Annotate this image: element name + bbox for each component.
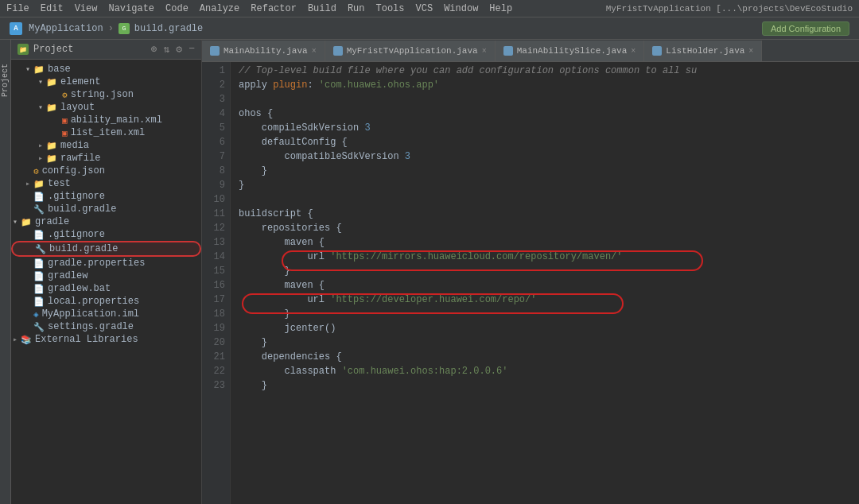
menu-build[interactable]: Build	[308, 3, 336, 14]
tab-main-ability-slice[interactable]: MainAbilitySlice.java ×	[496, 41, 645, 61]
sidebar-minimize-icon[interactable]: −	[189, 43, 195, 56]
menu-refactor[interactable]: Refactor	[251, 3, 297, 14]
tree-item-gradle-dir[interactable]: ▾ 📁 gradle	[11, 215, 201, 228]
menu-navigate[interactable]: Navigate	[108, 3, 154, 14]
editor-area: MainAbility.java × MyFristTvApplication.…	[202, 40, 859, 504]
arrow-icon: ▾	[11, 217, 19, 227]
menu-help[interactable]: Help	[489, 3, 512, 14]
tab-label: MainAbility.java	[223, 46, 308, 56]
tree-item-config-json[interactable]: ⚙ config.json	[11, 165, 201, 177]
dir-icon: 📁	[46, 141, 57, 151]
tree-item-build-gradle-module[interactable]: 🔧 build.gradle	[11, 203, 201, 215]
item-label: build.gradle	[48, 204, 116, 215]
item-label: gradle	[35, 216, 69, 227]
menu-tools[interactable]: Tools	[376, 3, 405, 14]
code-line-14: url 'https://mirrors.huaweicloud.com/rep…	[239, 250, 859, 264]
tree-item-layout[interactable]: ▾ 📁 layout	[11, 101, 201, 114]
menu-file[interactable]: File	[6, 3, 29, 14]
tab-close-icon[interactable]: ×	[482, 47, 487, 56]
breadcrumb-bar: A MyApplication › G build.gradle Add Con…	[0, 17, 859, 40]
xml-icon: ▣	[62, 115, 68, 126]
sidebar-title: Project	[33, 44, 73, 55]
tree-item-ability-xml[interactable]: ▣ ability_main.xml	[11, 114, 201, 126]
tree-item-base[interactable]: ▾ 📁 base	[11, 63, 201, 76]
menu-analyze[interactable]: Analyze	[200, 3, 239, 14]
menu-code[interactable]: Code	[165, 3, 189, 14]
code-line-5: compileSdkVersion 3	[239, 121, 859, 135]
tree-item-gitignore-module[interactable]: 📄 .gitignore	[11, 190, 201, 203]
code-editor[interactable]: 12345 678910 1112131415 1617181920 21222…	[202, 62, 859, 504]
menu-run[interactable]: Run	[348, 3, 365, 14]
sidebar-settings-icon[interactable]: ⚙	[176, 43, 182, 56]
arrow-icon: ▸	[24, 179, 32, 188]
code-line-13: maven {	[239, 235, 859, 250]
item-label: string.json	[71, 89, 134, 100]
code-line-12: repositories {	[239, 221, 859, 235]
code-line-17: url 'https://developer.huawei.com/repo/'	[239, 293, 859, 307]
item-label: local.properties	[48, 296, 139, 307]
menu-view[interactable]: View	[75, 3, 98, 14]
menu-vcs[interactable]: VCS	[416, 3, 433, 14]
vertical-tab-label[interactable]: Project	[1, 64, 10, 97]
item-label: .gitignore	[48, 191, 105, 202]
editor-tabs: MainAbility.java × MyFristTvApplication.…	[202, 40, 859, 62]
tab-myfristtv[interactable]: MyFristTvApplication.java ×	[325, 41, 496, 61]
sidebar-add-icon[interactable]: ⊕	[151, 43, 157, 56]
tree-item-gradlew-bat[interactable]: 📄 gradlew.bat	[11, 282, 201, 295]
code-line-18: }	[239, 307, 859, 321]
code-line-3	[239, 92, 859, 107]
file-icon: 📄	[33, 271, 45, 281]
tree-item-gradle-properties[interactable]: 📄 gradle.properties	[11, 257, 201, 269]
breadcrumb-app[interactable]: MyApplication	[29, 23, 103, 34]
code-line-4: ohos {	[239, 107, 859, 121]
code-line-22: classpath 'com.huawei.ohos:hap:2.0.0.6'	[239, 364, 859, 378]
window-title: MyFristTvApplication [...\projects\DevEc…	[606, 4, 853, 14]
gradle-file-icon: 🔧	[35, 244, 46, 254]
tree-item-element[interactable]: ▾ 📁 element	[11, 76, 201, 88]
dir-icon: 📁	[33, 179, 45, 189]
json-icon: ⚙	[33, 166, 39, 176]
item-label: gradlew.bat	[48, 283, 111, 294]
gradle-file-icon: 🔧	[33, 204, 45, 215]
tree-item-myapplication-iml[interactable]: ◈ MyApplication.iml	[11, 308, 201, 320]
tree-item-list-item-xml[interactable]: ▣ list_item.xml	[11, 126, 201, 139]
tree-item-rawfile[interactable]: ▸ 📁 rawfile	[11, 152, 201, 165]
xml-icon: ▣	[62, 128, 68, 138]
gradle-icon: G	[119, 23, 130, 34]
java-file-icon	[210, 46, 220, 56]
sidebar-sort-icon[interactable]: ⇅	[164, 43, 170, 56]
tree-item-string-json[interactable]: ⚙ string.json	[11, 88, 201, 101]
item-label: gradle.properties	[48, 258, 145, 269]
menu-edit[interactable]: Edit	[41, 3, 64, 14]
file-icon: 📄	[33, 230, 45, 240]
tree-item-build-gradle-root[interactable]: 🔧 build.gradle	[11, 241, 201, 257]
arrow-icon: ▸	[11, 335, 19, 344]
tree-item-media[interactable]: ▸ 📁 media	[11, 139, 201, 152]
tree-item-external-libraries[interactable]: ▸ 📚 External Libraries	[11, 333, 201, 346]
code-line-8: }	[239, 164, 859, 178]
tree-item-local-properties[interactable]: 📄 local.properties	[11, 295, 201, 308]
item-label: gradlew	[48, 270, 87, 281]
item-label: External Libraries	[35, 334, 138, 345]
tree-item-gradlew[interactable]: 📄 gradlew	[11, 269, 201, 282]
java-file-icon	[652, 46, 662, 56]
breadcrumb-sep: ›	[108, 23, 114, 34]
tab-close-icon[interactable]: ×	[312, 47, 317, 56]
java-file-icon	[333, 46, 343, 56]
file-icon: 📄	[33, 192, 45, 202]
tree-item-settings-gradle[interactable]: 🔧 settings.gradle	[11, 320, 201, 333]
file-tree: ▾ 📁 base ▾ 📁 element ⚙ string.json	[11, 60, 201, 349]
tab-list-holder[interactable]: ListHolder.java ×	[644, 41, 762, 61]
vertical-tab[interactable]: Project	[0, 40, 11, 504]
tab-close-icon[interactable]: ×	[748, 47, 753, 56]
add-configuration-button[interactable]: Add Configuration	[762, 21, 849, 36]
item-label: MyApplication.iml	[42, 308, 139, 320]
menu-window[interactable]: Window	[444, 3, 478, 14]
tree-item-gitignore-root[interactable]: 📄 .gitignore	[11, 228, 201, 241]
dir-icon: 📁	[46, 77, 57, 87]
tab-close-icon[interactable]: ×	[631, 47, 636, 56]
dir-icon: 📁	[21, 217, 32, 227]
arrow-icon: ▾	[37, 77, 45, 87]
tree-item-test[interactable]: ▸ 📁 test	[11, 177, 201, 190]
tab-main-ability[interactable]: MainAbility.java ×	[202, 41, 325, 61]
